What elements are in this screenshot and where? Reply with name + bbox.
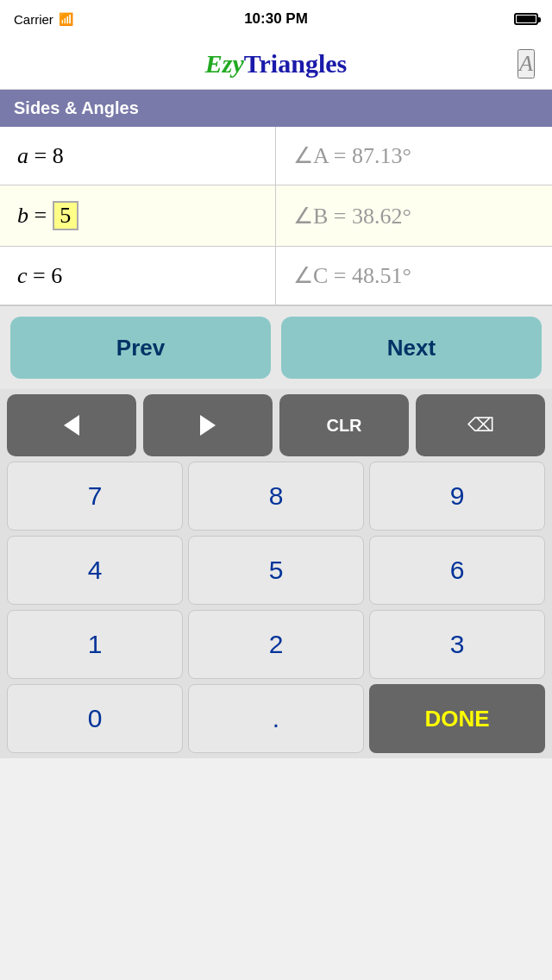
next-button[interactable]: Next <box>281 317 542 379</box>
done-button[interactable]: DONE <box>369 684 545 753</box>
arrow-row: CLR ⌫ <box>7 394 545 456</box>
angle-c-cell: ∠C = 48.51° <box>276 247 552 305</box>
key-2[interactable]: 2 <box>188 610 364 679</box>
table-row: b = 5 ∠B = 38.62° <box>0 185 552 247</box>
key-4[interactable]: 4 <box>7 536 183 605</box>
side-b-input[interactable]: 5 <box>53 201 78 230</box>
status-left: Carrier 📶 <box>14 12 73 27</box>
backspace-button[interactable]: ⌫ <box>416 394 545 456</box>
side-a-label: a = 8 <box>17 143 64 169</box>
key-5[interactable]: 5 <box>188 536 364 605</box>
prev-button[interactable]: Prev <box>10 317 271 379</box>
number-grid: 7 8 9 4 5 6 1 2 3 0 . DONE <box>7 462 545 753</box>
status-bar: Carrier 📶 10:30 PM <box>0 0 552 38</box>
table-header: Sides & Angles <box>0 90 552 127</box>
app-title: EzyTriangles <box>205 49 347 79</box>
arrow-left-button[interactable] <box>7 394 136 456</box>
angle-a-value: ∠A = 87.13° <box>293 142 411 169</box>
side-b-cell[interactable]: b = 5 <box>0 185 276 246</box>
carrier-text: Carrier <box>14 12 53 27</box>
arrow-left-icon <box>64 415 79 436</box>
angle-b-value: ∠B = 38.62° <box>293 203 411 229</box>
table-row: a = 8 ∠A = 87.13° <box>0 127 552 185</box>
side-c-label: c = 6 <box>17 263 62 289</box>
key-8[interactable]: 8 <box>188 462 364 531</box>
key-6[interactable]: 6 <box>369 536 545 605</box>
angle-c-value: ∠C = 48.51° <box>293 262 411 289</box>
arrow-right-icon <box>200 415 216 436</box>
key-0[interactable]: 0 <box>7 684 183 753</box>
key-dot[interactable]: . <box>188 684 364 753</box>
status-time: 10:30 PM <box>244 10 308 28</box>
side-b-label: b = 5 <box>17 201 78 230</box>
angle-a-cell: ∠A = 87.13° <box>276 127 552 185</box>
battery-icon <box>514 13 538 25</box>
key-1[interactable]: 1 <box>7 610 183 679</box>
clear-label: CLR <box>326 416 361 436</box>
app-header: EzyTriangles A <box>0 38 552 90</box>
title-triangles: Triangles <box>244 49 347 78</box>
key-9[interactable]: 9 <box>369 462 545 531</box>
navigation-buttons: Prev Next <box>0 305 552 389</box>
sides-angles-table: Sides & Angles a = 8 ∠A = 87.13° b = 5 ∠… <box>0 90 552 305</box>
font-button[interactable]: A <box>518 49 535 79</box>
angle-b-cell: ∠B = 38.62° <box>276 185 552 246</box>
clear-button[interactable]: CLR <box>279 394 409 456</box>
key-7[interactable]: 7 <box>7 462 183 531</box>
backspace-icon: ⌫ <box>467 414 494 437</box>
wifi-icon: 📶 <box>59 12 73 26</box>
table-row: c = 6 ∠C = 48.51° <box>0 247 552 305</box>
title-ezy: Ezy <box>205 49 244 78</box>
side-c-cell[interactable]: c = 6 <box>0 247 276 305</box>
arrow-right-button[interactable] <box>143 394 273 456</box>
side-a-cell[interactable]: a = 8 <box>0 127 276 185</box>
calculator-section: CLR ⌫ 7 8 9 4 5 6 1 2 3 0 . DONE <box>0 389 552 758</box>
key-3[interactable]: 3 <box>369 610 545 679</box>
